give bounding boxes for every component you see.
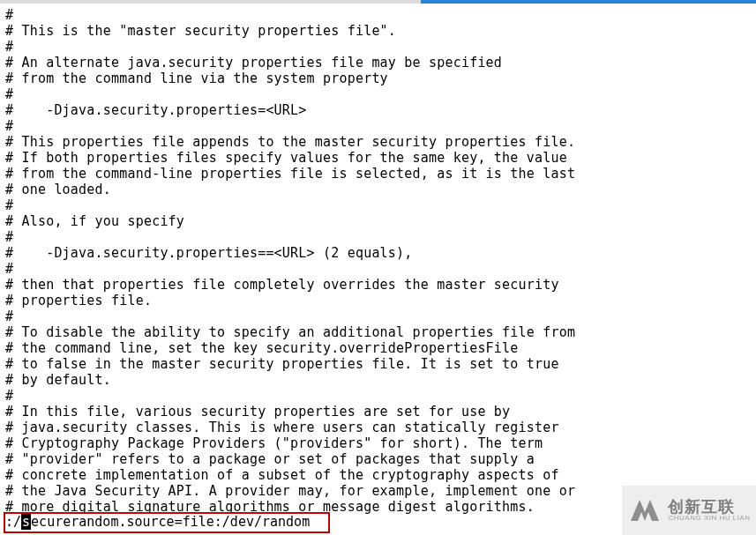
command-cursor: s [21,514,31,530]
command-prefix: :/ [5,514,21,530]
command-rest: ecurerandom.source=file:/dev/random [31,514,310,530]
watermark-logo-icon [627,494,662,526]
watermark-text-en: CHUANG XIN HU LIAN [668,515,750,522]
watermark-text-cn: 创新互联 [668,499,750,515]
title-bar [0,0,756,4]
editor-content[interactable]: # # This is the "master security propert… [0,4,756,515]
editor-command-line[interactable]: :/securerandom.source=file:/dev/random [0,514,315,530]
watermark: 创新互联 CHUANG XIN HU LIAN [622,486,756,535]
